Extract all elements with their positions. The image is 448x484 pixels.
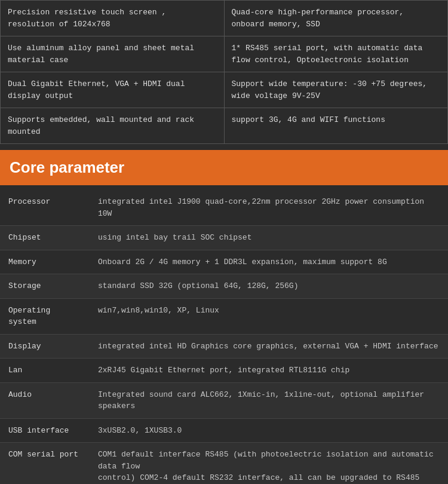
spacer2 [0,185,448,190]
param-label: Operating system [0,298,90,334]
param-row: Chipsetusing intel bay trail SOC chipset [0,226,448,250]
param-value: 3xUSB2.0, 1XUSB3.0 [90,418,448,443]
specs-cell: Support wide temperature: -30 +75 degree… [224,72,448,108]
specs-table: Precision resistive touch screen , resol… [0,0,448,144]
specs-cell: Supports embedded, wall mounted and rack… [1,108,225,144]
specs-cell: 1* RS485 serial port, with automatic dat… [224,36,448,72]
param-label: COM serial port [0,443,90,485]
param-value: integrated intel HD Graphics core graphi… [90,334,448,359]
core-parameter-title: Core parameter [10,158,124,176]
param-label: USB interface [0,418,90,443]
specs-cell: support 3G, 4G and WIFI functions [224,108,448,144]
param-row: Displayintegrated intel HD Graphics core… [0,334,448,359]
param-value: Onboard 2G / 4G memory + 1 DDR3L expansi… [90,250,448,274]
param-row: Lan2xRJ45 Gigabit Ethernet port, integra… [0,359,448,383]
param-row: COM serial portCOM1 default interface RS… [0,443,448,485]
param-label: Audio [0,382,90,418]
param-row: Operating systemwin7,win8,win10, XP, Lin… [0,298,448,334]
param-row: USB interface3xUSB2.0, 1XUSB3.0 [0,418,448,443]
param-value: COM1 default interface RS485 (with photo… [90,443,448,485]
spacer [0,144,448,150]
param-value: win7,win8,win10, XP, Linux [90,298,448,334]
param-value: integrated intel J1900 quad-core,22nm pr… [90,190,448,226]
param-value: standard SSD 32G (optional 64G, 128G, 25… [90,274,448,299]
specs-cell: Quad-core high-performance processor, on… [224,1,448,36]
param-value: Integrated sound card ALC662, 1Xmic-in, … [90,382,448,418]
core-parameter-header: Core parameter [0,150,448,185]
param-value: using intel bay trail SOC chipset [90,226,448,250]
specs-cell: Precision resistive touch screen , resol… [1,1,225,36]
param-row: Processorintegrated intel J1900 quad-cor… [0,190,448,226]
specs-cell: Use aluminum alloy panel and sheet metal… [1,36,225,72]
param-label: Display [0,334,90,359]
specs-cell: Dual Gigabit Ethernet, VGA + HDMI dual d… [1,72,225,108]
param-label: Storage [0,274,90,299]
param-row: AudioIntegrated sound card ALC662, 1Xmic… [0,382,448,418]
param-label: Memory [0,250,90,274]
param-table: Processorintegrated intel J1900 quad-cor… [0,190,448,484]
param-label: Lan [0,359,90,383]
param-row: MemoryOnboard 2G / 4G memory + 1 DDR3L e… [0,250,448,274]
param-value: 2xRJ45 Gigabit Ethernet port, integrated… [90,359,448,383]
param-label: Chipset [0,226,90,250]
param-row: Storagestandard SSD 32G (optional 64G, 1… [0,274,448,299]
param-label: Processor [0,190,90,226]
